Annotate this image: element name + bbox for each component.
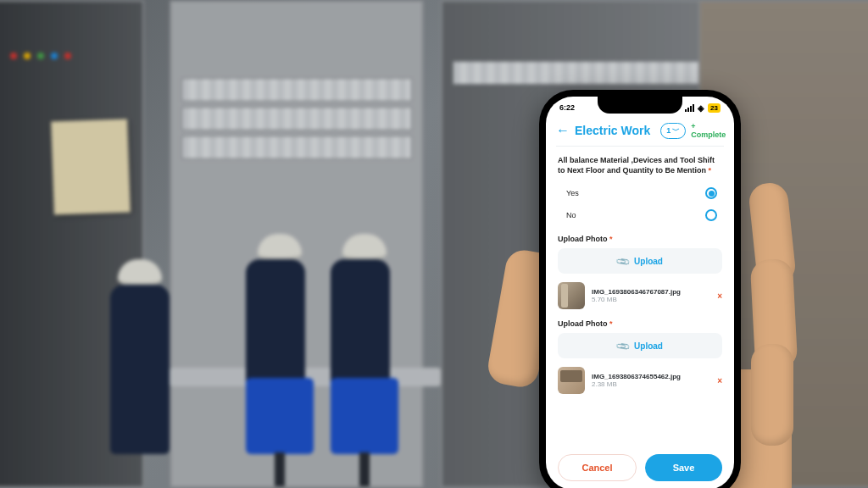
back-arrow-icon[interactable]: ← [556,123,570,138]
save-button[interactable]: Save [645,454,722,481]
phone-notch [598,97,682,114]
chevron-down-icon: ﹀ [672,125,680,136]
remove-file-icon[interactable]: × [717,291,722,301]
phone-device-frame: 6:22 ◈ 23 ← Electric Work 1﹀ Complete Al… [539,90,741,488]
radio-option-no[interactable]: No [558,206,722,225]
battery-badge: 23 [708,103,721,113]
file-size: 5.70 MB [592,296,710,303]
sticky-note [51,119,131,214]
uploaded-file-row: IMG_1693806374655462.jpg 2.38 MB × [558,367,722,394]
upload-button[interactable]: 📎 Upload [558,333,722,358]
form-content: All balance Material ,Devices and Tool S… [546,147,734,446]
remove-file-icon[interactable]: × [717,376,722,385]
worker-figure [110,259,170,454]
file-name: IMG_1693806374655462.jpg [592,373,710,380]
upload-button[interactable]: 📎 Upload [558,248,722,274]
wifi-icon: ◈ [698,103,704,113]
question-text: All balance Material ,Devices and Tool S… [558,155,722,175]
attachment-icon: 📎 [615,253,632,269]
step-dropdown[interactable]: 1﹀ [660,123,686,139]
uploaded-file-row: IMG_1693806346767087.jpg 5.70 MB × [558,282,722,309]
file-thumbnail [558,367,585,394]
file-size: 2.38 MB [592,380,710,388]
indicator-leds [10,53,71,59]
page-title: Electric Work [575,124,650,137]
action-bar: Cancel Save [546,446,734,488]
status-time: 6:22 [559,103,575,112]
file-thumbnail [558,282,585,309]
worker-figure [331,234,398,454]
file-name: IMG_1693806346767087.jpg [592,288,710,296]
signal-icon [685,104,694,112]
radio-icon [705,209,717,221]
cancel-button[interactable]: Cancel [558,454,637,481]
radio-option-yes[interactable]: Yes [558,184,722,202]
complete-button[interactable]: Complete [691,122,726,139]
radio-icon [705,187,717,199]
worker-figure [246,234,314,454]
upload-label: Upload Photo * [558,319,722,328]
attachment-icon: 📎 [615,338,632,354]
app-header: ← Electric Work 1﹀ Complete [546,117,734,146]
phone-screen: 6:22 ◈ 23 ← Electric Work 1﹀ Complete Al… [546,97,734,488]
upload-label: Upload Photo * [558,235,722,243]
